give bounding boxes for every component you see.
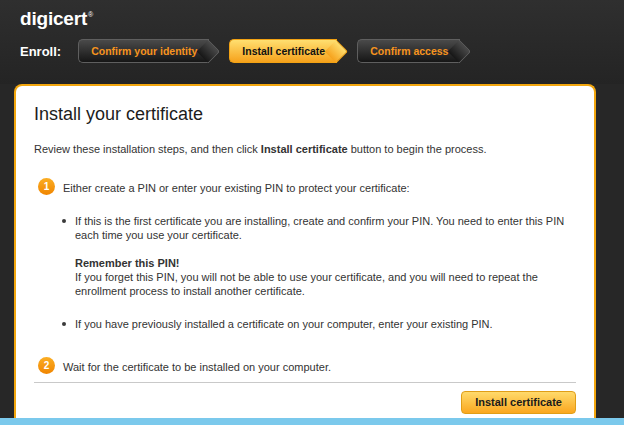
intro-bold: Install certificate [261,143,348,155]
bullet-text: If you have previously installed a certi… [75,317,493,331]
note-title: Remember this PIN! [75,256,555,270]
divider [34,382,576,383]
install-certificate-button[interactable]: Install certificate [461,391,576,414]
header: digicert® Enroll: Confirm your identity … [0,0,624,84]
bullet-first-certificate: If this is the first certificate you are… [62,214,576,242]
enroll-progress: Enroll: Confirm your identity Install ce… [20,39,480,63]
step-label: Install certificate [242,45,325,57]
step-install-certificate[interactable]: Install certificate [229,39,337,63]
step-1-row: 1 Either create a PIN or enter your exis… [34,178,576,195]
step-label: Confirm your identity [91,45,197,57]
registered-mark: ® [88,11,93,18]
arrow-right-icon [448,39,472,63]
step-label: Confirm access [370,45,448,57]
intro-prefix: Review these installation steps, and the… [34,143,261,155]
note-body: If you forget this PIN, you will not be … [75,270,555,298]
enroll-label: Enroll: [20,44,61,59]
remember-pin-note: Remember this PIN! If you forget this PI… [75,256,555,298]
digicert-logo: digicert® [20,8,92,30]
step-1-number-badge: 1 [38,178,55,195]
arrow-right-icon [325,39,349,63]
arrow-right-icon [197,39,221,63]
bullet-text: If this is the first certificate you are… [75,214,567,242]
step-confirm-access[interactable]: Confirm access [357,39,460,63]
bullet-icon [62,219,66,223]
step-2-row: 2 Wait for the certificate to be install… [34,357,576,374]
step-2-number-badge: 2 [38,357,55,374]
step-2-text: Wait for the certificate to be installed… [63,357,331,374]
bottom-blue-strip [0,418,624,425]
bullet-existing-pin: If you have previously installed a certi… [62,317,576,331]
install-certificate-panel: Install your certificate Review these in… [14,84,596,418]
bullet-icon [62,322,66,326]
intro-suffix: button to begin the process. [348,143,487,155]
intro-text: Review these installation steps, and the… [34,142,576,156]
step-confirm-your-identity[interactable]: Confirm your identity [78,39,209,63]
page-title: Install your certificate [34,104,576,125]
panel-footer: Install certificate [34,382,576,414]
logo-text: digicert [20,8,87,29]
step-1-text: Either create a PIN or enter your existi… [63,178,410,195]
